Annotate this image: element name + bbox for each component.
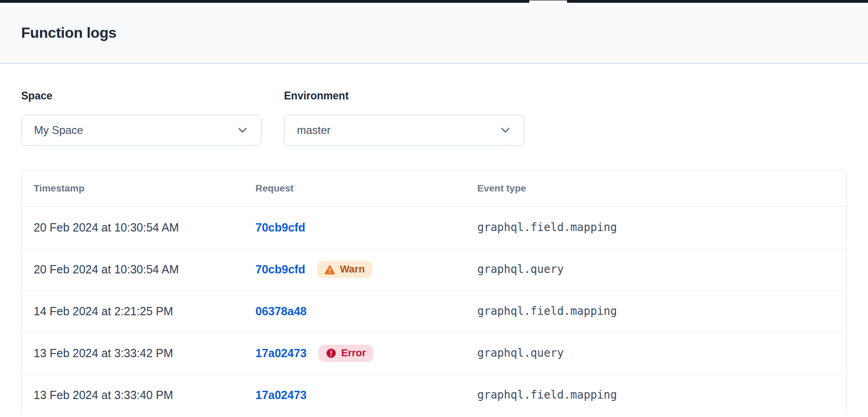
column-header-event-type: Event type [477, 183, 846, 194]
request-link[interactable]: 70cb9cfd [255, 263, 305, 276]
row-request-cell: 17a02473 Error [255, 345, 477, 362]
status-badge: Warn [317, 261, 372, 278]
column-header-request: Request [255, 183, 477, 194]
row-event-type: graphql.field.mapping [477, 388, 846, 401]
environment-select[interactable]: master [284, 115, 524, 146]
badge-label: Error [341, 347, 366, 359]
environment-label: Environment [284, 90, 524, 102]
column-header-timestamp: Timestamp [34, 183, 255, 194]
row-event-type: graphql.field.mapping [477, 221, 846, 234]
table-row: 13 Feb 2024 at 3:33:42 PM 17a02473 Error… [22, 332, 846, 374]
row-timestamp: 13 Feb 2024 at 3:33:40 PM [34, 388, 255, 402]
table-row: 13 Feb 2024 at 3:33:40 PM 17a02473 graph… [22, 374, 846, 416]
active-tab-marker [529, 0, 567, 3]
space-select-value: My Space [34, 124, 83, 137]
row-request-cell: 06378a48 [255, 305, 477, 318]
request-link[interactable]: 17a02473 [255, 347, 307, 360]
row-timestamp: 14 Feb 2024 at 2:21:25 PM [34, 305, 255, 318]
row-request-cell: 17a02473 [255, 388, 477, 402]
row-request-cell: 70cb9cfd Warn [255, 261, 477, 278]
status-badge: Error [318, 345, 373, 362]
row-request-cell: 70cb9cfd [255, 221, 477, 234]
filter-space: Space My Space [21, 90, 261, 146]
row-timestamp: 20 Feb 2024 at 10:30:54 AM [34, 263, 255, 276]
warning-icon [324, 264, 335, 275]
row-timestamp: 20 Feb 2024 at 10:30:54 AM [34, 221, 255, 234]
table-row: 20 Feb 2024 at 10:30:54 AM 70cb9cfd Warn… [22, 248, 846, 290]
chevron-down-icon [499, 124, 511, 136]
request-link[interactable]: 17a02473 [255, 388, 307, 402]
page-header: Function logs [0, 3, 868, 64]
request-link[interactable]: 70cb9cfd [255, 221, 305, 234]
page-title: Function logs [21, 24, 116, 41]
request-link[interactable]: 06378a48 [255, 305, 307, 318]
badge-label: Warn [340, 263, 365, 275]
row-event-type: graphql.field.mapping [477, 305, 846, 318]
error-icon [326, 348, 336, 359]
space-label: Space [21, 90, 261, 102]
browser-top-strip [0, 0, 868, 3]
row-event-type: graphql.query [477, 263, 846, 276]
chevron-down-icon [237, 124, 249, 136]
space-select[interactable]: My Space [21, 115, 261, 146]
row-timestamp: 13 Feb 2024 at 3:33:42 PM [34, 347, 255, 360]
environment-select-value: master [297, 124, 330, 137]
filters-bar: Space My Space Environment master [0, 64, 868, 146]
table-header-row: Timestamp Request Event type [22, 170, 846, 206]
table-row: 14 Feb 2024 at 2:21:25 PM 06378a48 graph… [22, 290, 846, 332]
filter-environment: Environment master [284, 90, 524, 146]
table-body: 20 Feb 2024 at 10:30:54 AM 70cb9cfd grap… [22, 206, 846, 416]
row-event-type: graphql.query [477, 347, 846, 359]
logs-table: Timestamp Request Event type 20 Feb 2024… [21, 170, 847, 416]
table-row: 20 Feb 2024 at 10:30:54 AM 70cb9cfd grap… [22, 206, 846, 248]
